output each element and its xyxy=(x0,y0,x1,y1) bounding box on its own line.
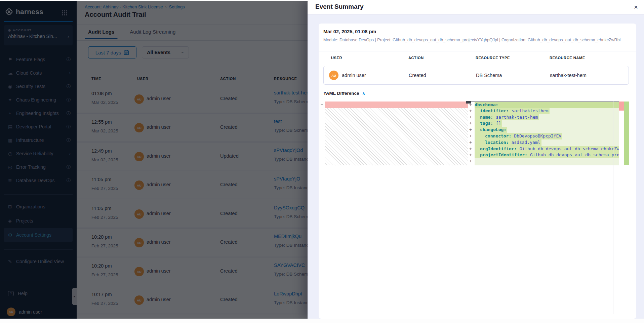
diff-old-pane xyxy=(325,102,468,314)
avatar: AU xyxy=(329,71,338,80)
diff-scrollbar-removed-segment xyxy=(619,102,624,111)
screen: harness ◉ ACCOUNT Abhinav - Kitchen Sin.… xyxy=(0,0,644,323)
column-header-resource-name: RESOURCE NAME xyxy=(550,56,585,60)
chevron-up-icon: ∧ xyxy=(362,91,365,96)
event-action: Created xyxy=(409,73,426,78)
event-user: admin user xyxy=(342,73,366,78)
diff-new-pane: +dbschema: +identifier:sarthaktesthem +n… xyxy=(468,102,619,314)
removed-line-marker: − xyxy=(321,102,323,107)
event-detail-row: AU admin user Created DB Schema sarthak-… xyxy=(323,66,629,85)
yaml-difference-toggle[interactable]: YAML Difference ∧ xyxy=(323,91,365,96)
drawer-title: Event Summary xyxy=(315,3,364,10)
diff-empty-hatch xyxy=(325,108,468,165)
close-icon[interactable]: × xyxy=(631,2,641,12)
event-meta: Module: Database DevOps | Project: Githu… xyxy=(323,38,633,42)
event-resource-type: DB Schema xyxy=(476,73,502,78)
diff-line: +dbschema: xyxy=(468,102,619,108)
diff-line: +tags:[] xyxy=(468,120,619,127)
yaml-diff-view: − +dbschema: +identifier:sarthaktesthem … xyxy=(325,102,629,314)
window-edge-bottom xyxy=(0,319,644,323)
column-header-user: USER xyxy=(331,56,342,60)
event-card: Mar 02, 2025, 01:08 pm Module: Database … xyxy=(319,24,636,319)
diff-line: +location:asdsad.yaml xyxy=(468,139,619,146)
diff-line: + xyxy=(468,158,619,165)
diff-line: +projectIdentifier:Github_db_devops_aut_… xyxy=(468,152,619,158)
column-header-action: ACTION xyxy=(408,56,424,60)
diff-ruler-line xyxy=(613,102,613,314)
diff-removed-bar xyxy=(325,102,468,108)
diff-line: +identifier:sarthaktesthem xyxy=(468,108,619,114)
event-timestamp: Mar 02, 2025, 01:08 pm xyxy=(323,29,376,34)
diff-line: +name:sarthak-test-hem xyxy=(468,114,619,121)
diff-line: +orgIdentifier:Github_db_devops_aut_db_s… xyxy=(468,146,619,152)
event-resource-name: sarthak-test-hem xyxy=(550,73,587,78)
modal-overlay[interactable] xyxy=(0,1,308,319)
diff-line: +connector:DbDevopsoBKpcpIfEV xyxy=(468,133,619,139)
diff-change-bar xyxy=(624,102,629,165)
diff-collapse-marker xyxy=(466,101,471,104)
column-header-resource-type: RESOURCE TYPE xyxy=(476,56,510,60)
window-edge-top xyxy=(0,0,644,1)
diff-line: +changeLog: xyxy=(468,127,619,133)
divider xyxy=(319,51,636,51)
event-summary-drawer: Event Summary × Mar 02, 2025, 01:08 pm M… xyxy=(308,0,644,319)
